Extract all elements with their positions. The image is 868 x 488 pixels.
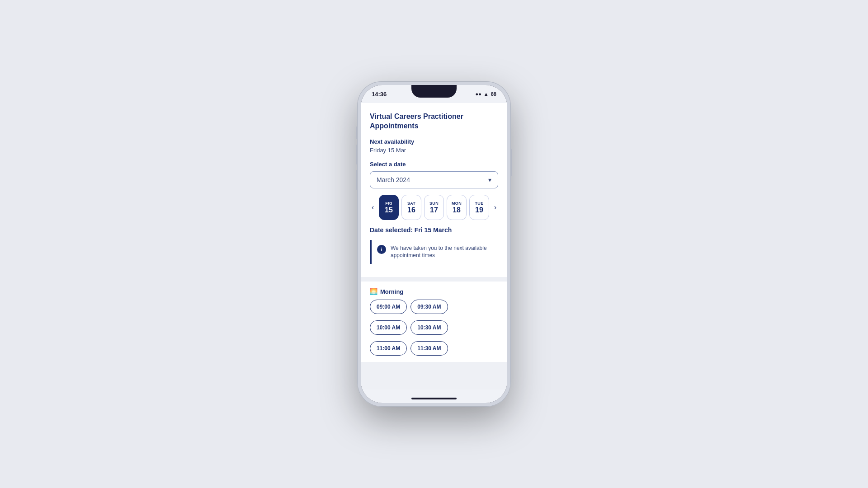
- time-slots-row2: 10:00 AM 10:30 AM: [361, 320, 507, 341]
- availability-label: Next availability: [370, 138, 498, 145]
- bottom-bar: [361, 389, 507, 403]
- info-message: We have taken you to the next available …: [391, 244, 493, 260]
- day-name: FRI: [385, 201, 392, 206]
- home-indicator[interactable]: [411, 398, 457, 399]
- time-slot-1000[interactable]: 10:00 AM: [370, 320, 407, 335]
- time-slot-1030[interactable]: 10:30 AM: [410, 320, 448, 335]
- section-divider: [361, 278, 507, 282]
- time-slot-1100[interactable]: 11:00 AM: [370, 341, 407, 356]
- silent-switch: [356, 127, 357, 139]
- day-name: SUN: [429, 201, 439, 206]
- notch: [411, 85, 457, 98]
- time-slot-0900[interactable]: 09:00 AM: [370, 300, 407, 314]
- chevron-down-icon: ▾: [488, 176, 491, 183]
- chevron-left-icon: ‹: [372, 203, 374, 211]
- availability-date: Friday 15 Mar: [370, 147, 498, 154]
- power-button: [511, 149, 512, 176]
- phone-screen: 14:36 ●● ▲ 88 Virtual Careers Practition…: [361, 85, 507, 403]
- day-num: 15: [385, 206, 393, 214]
- status-time: 14:36: [372, 91, 387, 98]
- date-button-sun17[interactable]: SUN 17: [424, 195, 444, 220]
- chevron-right-icon: ›: [494, 203, 496, 211]
- time-slot-0930[interactable]: 09:30 AM: [410, 300, 448, 314]
- screen-content: Virtual Careers Practitioner Appointment…: [361, 103, 507, 389]
- info-icon: i: [377, 245, 386, 254]
- volume-down-button: [356, 170, 357, 190]
- select-date-label: Select a date: [370, 161, 498, 168]
- selected-date-text: Date selected: Fri 15 March: [370, 226, 498, 234]
- time-slot-1130[interactable]: 11:30 AM: [410, 341, 448, 356]
- month-selector-text: March 2024: [377, 176, 410, 183]
- volume-up-button: [356, 145, 357, 164]
- page-title: Virtual Careers Practitioner Appointment…: [370, 112, 498, 131]
- prev-dates-button[interactable]: ‹: [370, 202, 376, 213]
- dates-container: FRI 15 SAT 16 SUN 17: [378, 195, 489, 220]
- time-slots-row1: 09:00 AM 09:30 AM: [361, 300, 507, 320]
- battery-icon: 88: [491, 91, 496, 97]
- wifi-icon: ▲: [484, 91, 489, 97]
- phone-frame: 14:36 ●● ▲ 88 Virtual Careers Practition…: [357, 81, 511, 407]
- date-picker-row: ‹ FRI 15 SAT 16 SU: [370, 195, 498, 220]
- day-num: 19: [475, 206, 483, 214]
- day-name: TUE: [475, 201, 484, 206]
- day-name: MON: [452, 201, 462, 206]
- day-num: 18: [453, 206, 461, 214]
- date-button-sat16[interactable]: SAT 16: [401, 195, 421, 220]
- signal-icon: ●●: [476, 91, 481, 97]
- morning-header: 🌅 Morning: [361, 282, 507, 300]
- day-num: 16: [407, 206, 415, 214]
- day-num: 17: [430, 206, 438, 214]
- info-banner: i We have taken you to the next availabl…: [370, 240, 498, 264]
- date-button-fri15[interactable]: FRI 15: [379, 195, 399, 220]
- app-content: Virtual Careers Practitioner Appointment…: [361, 103, 507, 389]
- time-slots-row3: 11:00 AM 11:30 AM: [361, 341, 507, 362]
- day-name: SAT: [407, 201, 415, 206]
- month-selector[interactable]: March 2024 ▾: [370, 171, 498, 188]
- status-bar: 14:36 ●● ▲ 88: [361, 85, 507, 103]
- morning-label: Morning: [380, 288, 403, 295]
- morning-icon: 🌅: [370, 288, 377, 295]
- page-section: Virtual Careers Practitioner Appointment…: [361, 103, 507, 278]
- status-icons: ●● ▲ 88: [476, 91, 496, 97]
- next-dates-button[interactable]: ›: [492, 202, 498, 213]
- date-button-tue19[interactable]: TUE 19: [469, 195, 489, 220]
- date-button-mon18[interactable]: MON 18: [447, 195, 467, 220]
